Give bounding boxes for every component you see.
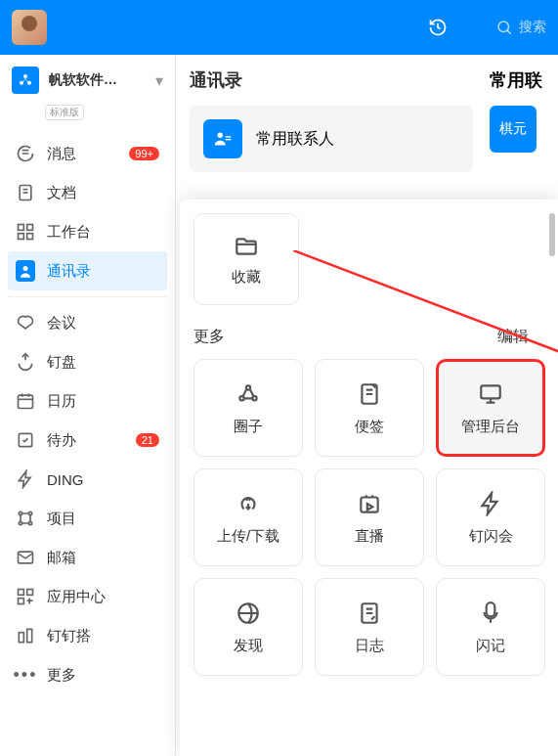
scrollbar[interactable] bbox=[549, 213, 555, 256]
svg-rect-25 bbox=[19, 599, 24, 604]
svg-point-12 bbox=[23, 266, 28, 271]
tile-钉闪会[interactable]: 钉闪会 bbox=[436, 468, 545, 566]
favorites-tile[interactable]: 收藏 bbox=[193, 213, 299, 305]
svg-point-0 bbox=[498, 22, 509, 32]
tile-icon bbox=[356, 380, 383, 408]
contacts-icon bbox=[203, 119, 242, 158]
nav-icon bbox=[16, 183, 35, 202]
tile-icon bbox=[477, 380, 504, 408]
nav-item-9[interactable]: 项目 bbox=[8, 499, 167, 538]
nav-label: 钉钉搭 bbox=[47, 627, 91, 645]
nav-item-11[interactable]: 应用中心 bbox=[8, 577, 167, 616]
svg-point-34 bbox=[239, 396, 243, 400]
tile-闪记[interactable]: 闪记 bbox=[436, 578, 545, 676]
frequent-title: 常用联 bbox=[490, 68, 558, 92]
user-avatar[interactable] bbox=[12, 10, 47, 45]
sidebar: 帆软软件… ▾ 标准版 消息99+文档工作台通讯录会议钉盘日历待办21DING项… bbox=[0, 55, 176, 756]
svg-point-33 bbox=[246, 385, 250, 389]
tile-label: 钉闪会 bbox=[469, 527, 513, 546]
nav-item-10[interactable]: 邮箱 bbox=[8, 538, 167, 577]
frequent-contacts-row[interactable]: 常用联系人 bbox=[190, 106, 473, 172]
svg-rect-8 bbox=[19, 225, 24, 231]
nav-icon bbox=[16, 509, 35, 528]
tile-日志[interactable]: 日志 bbox=[315, 578, 424, 676]
svg-point-21 bbox=[28, 521, 31, 524]
svg-point-19 bbox=[28, 511, 31, 514]
svg-point-28 bbox=[218, 133, 224, 139]
svg-point-2 bbox=[23, 74, 27, 78]
nav-item-8[interactable]: DING bbox=[8, 460, 167, 499]
history-icon[interactable] bbox=[427, 17, 449, 38]
nav-item-3[interactable]: 通讯录 bbox=[8, 251, 167, 290]
nav-item-1[interactable]: 文档 bbox=[8, 173, 167, 212]
tile-icon bbox=[477, 600, 504, 627]
svg-rect-9 bbox=[27, 225, 33, 231]
search-placeholder: 搜索 bbox=[519, 19, 546, 36]
tile-上传/下载[interactable]: 上传/下载 bbox=[193, 468, 303, 566]
nav-label: 通讯录 bbox=[47, 262, 91, 281]
svg-line-1 bbox=[507, 30, 511, 34]
svg-point-20 bbox=[19, 521, 21, 524]
nav-icon bbox=[16, 144, 35, 163]
nav-icon bbox=[16, 548, 35, 567]
nav-item-5[interactable]: 钉盘 bbox=[8, 342, 167, 381]
nav-badge: 21 bbox=[136, 433, 159, 447]
tile-label: 闪记 bbox=[476, 637, 505, 655]
nav-item-4[interactable]: 会议 bbox=[8, 303, 167, 342]
tile-label: 上传/下载 bbox=[217, 527, 279, 546]
nav-label: 更多 bbox=[47, 666, 76, 685]
nav-icon bbox=[16, 352, 35, 372]
nav-icon bbox=[16, 391, 35, 411]
svg-rect-27 bbox=[27, 629, 32, 642]
tile-icon bbox=[356, 600, 383, 627]
svg-line-32 bbox=[293, 250, 558, 366]
tile-label: 便签 bbox=[355, 418, 384, 436]
tile-管理后台[interactable]: 管理后台 bbox=[436, 359, 545, 457]
tile-icon bbox=[477, 490, 504, 517]
search-box[interactable]: 搜索 bbox=[495, 19, 546, 36]
more-popup: 收藏 更多 编辑 圈子便签管理后台上传/下载直播钉闪会发现日志闪记 bbox=[180, 200, 558, 756]
tile-label: 直播 bbox=[355, 527, 384, 546]
nav-item-13[interactable]: •••更多 bbox=[8, 655, 167, 694]
nav-item-12[interactable]: 钉钉搭 bbox=[8, 616, 167, 655]
tile-便签[interactable]: 便签 bbox=[315, 359, 424, 457]
nav-item-2[interactable]: 工作台 bbox=[8, 212, 167, 251]
nav-icon bbox=[16, 261, 35, 281]
nav-icon: ••• bbox=[16, 665, 35, 685]
org-badge: 标准版 bbox=[45, 105, 84, 120]
svg-rect-30 bbox=[226, 139, 232, 140]
tile-发现[interactable]: 发现 bbox=[193, 578, 303, 676]
tile-直播[interactable]: 直播 bbox=[315, 468, 424, 566]
right-column: 常用联 棋元 bbox=[490, 68, 558, 153]
nav-icon bbox=[16, 587, 35, 606]
favorites-label: 收藏 bbox=[232, 268, 261, 287]
contact-avatar-box[interactable]: 棋元 bbox=[490, 106, 537, 153]
nav-item-0[interactable]: 消息99+ bbox=[8, 134, 167, 173]
edit-button[interactable]: 编辑 bbox=[497, 327, 529, 347]
more-label: 更多 bbox=[193, 327, 225, 347]
tile-icon bbox=[235, 380, 262, 408]
tile-icon bbox=[235, 490, 262, 517]
top-bar: 搜索 bbox=[0, 0, 558, 55]
chevron-down-icon: ▾ bbox=[155, 71, 163, 90]
tile-圈子[interactable]: 圈子 bbox=[193, 359, 303, 457]
svg-rect-13 bbox=[19, 395, 33, 408]
tile-label: 日志 bbox=[355, 637, 384, 655]
svg-rect-11 bbox=[27, 234, 33, 240]
tile-label: 管理后台 bbox=[461, 418, 520, 436]
tile-label: 圈子 bbox=[234, 418, 263, 436]
nav-label: 应用中心 bbox=[47, 588, 106, 606]
org-name: 帆软软件… bbox=[49, 71, 146, 89]
nav-icon bbox=[16, 313, 35, 333]
svg-rect-23 bbox=[19, 590, 24, 596]
nav-item-7[interactable]: 待办21 bbox=[8, 421, 167, 460]
nav-icon bbox=[16, 469, 35, 489]
org-header[interactable]: 帆软软件… ▾ bbox=[8, 65, 167, 102]
nav-label: 日历 bbox=[47, 392, 76, 411]
nav-item-6[interactable]: 日历 bbox=[8, 381, 167, 421]
svg-rect-24 bbox=[27, 590, 33, 596]
more-header: 更多 编辑 bbox=[193, 327, 544, 347]
tile-icon bbox=[235, 600, 262, 627]
folder-icon bbox=[233, 233, 260, 260]
nav-label: 工作台 bbox=[47, 223, 91, 242]
